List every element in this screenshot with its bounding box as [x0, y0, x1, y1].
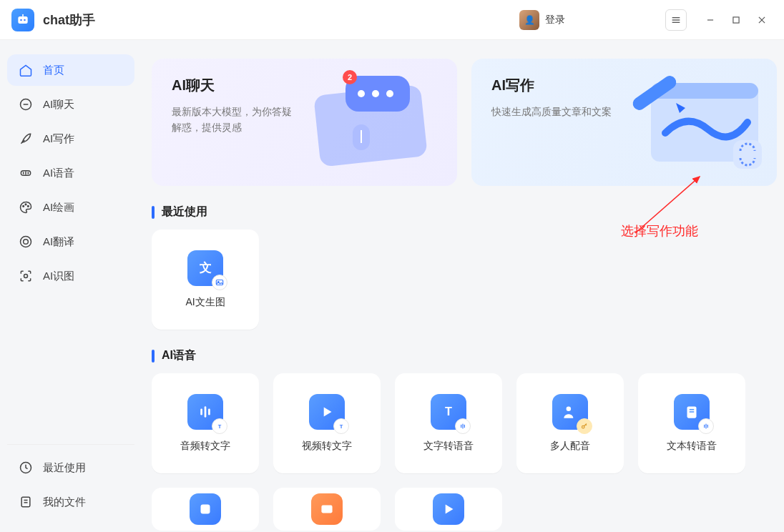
hamburger-menu[interactable] — [665, 9, 687, 31]
svg-marker-47 — [324, 408, 332, 417]
maximize-button[interactable] — [725, 9, 747, 31]
sidebar-item-label: 我的文件 — [43, 496, 86, 509]
svg-point-32 — [386, 90, 393, 97]
svg-point-31 — [372, 90, 379, 97]
svg-point-53 — [567, 406, 572, 411]
sidebar-item-label: 首页 — [43, 64, 64, 77]
sidebar-item-vision[interactable]: AI识图 — [7, 260, 134, 292]
svg-rect-61 — [201, 505, 210, 514]
svg-point-2 — [24, 19, 26, 21]
home-icon — [19, 63, 33, 77]
svg-rect-8 — [733, 16, 739, 22]
section-title-recent: 最近使用 — [152, 205, 777, 220]
card-multi-voice[interactable]: 多人配音 — [516, 373, 624, 473]
login-label: 登录 — [545, 14, 565, 26]
sidebar-item-label: AI写作 — [43, 132, 74, 146]
generic-icon — [433, 493, 464, 525]
hero-desc: 快速生成高质量文章和文案 — [491, 104, 620, 119]
svg-point-30 — [358, 90, 365, 97]
sidebar-item-label: AI识图 — [43, 270, 74, 283]
hero-desc: 最新版本大模型，为你答疑解惑，提供灵感 — [172, 104, 300, 136]
feather-icon — [19, 132, 33, 146]
audio-sub-icon — [698, 418, 714, 434]
svg-rect-3 — [22, 14, 24, 16]
audio-wave-icon: T — [187, 394, 223, 430]
svg-point-23 — [24, 275, 28, 278]
hero-card-chat[interactable]: AI聊天 最新版本大模型，为你答疑解惑，提供灵感 2 — [152, 59, 457, 186]
chat-icon — [19, 97, 33, 112]
image-sub-icon — [212, 275, 227, 290]
svg-text:T: T — [340, 423, 343, 430]
svg-point-21 — [21, 237, 31, 247]
card-label: 文本转语音 — [667, 440, 717, 453]
card-label: 多人配音 — [550, 440, 590, 453]
svg-point-1 — [20, 19, 22, 21]
people-icon — [552, 394, 588, 430]
palette-icon — [19, 200, 33, 215]
translate-icon — [19, 235, 33, 249]
sidebar-item-label: AI绘画 — [43, 201, 74, 215]
scan-icon — [19, 269, 33, 283]
svg-text:文: 文 — [199, 260, 212, 275]
app-logo — [11, 9, 34, 31]
history-icon — [19, 460, 33, 475]
sidebar-item-home[interactable]: 首页 — [7, 54, 134, 86]
sidebar-item-voice[interactable]: AI语音 — [7, 157, 134, 189]
generic-icon — [311, 493, 343, 525]
svg-text:T: T — [445, 405, 452, 418]
card-label: AI文生图 — [185, 296, 225, 309]
text-sub-icon: T — [333, 418, 349, 434]
svg-rect-25 — [21, 497, 30, 506]
card-partial-2[interactable] — [273, 488, 381, 531]
svg-marker-63 — [446, 505, 454, 514]
sidebar-item-label: 最近使用 — [43, 461, 86, 475]
sidebar-files[interactable]: 我的文件 — [7, 486, 134, 518]
card-text-to-image[interactable]: 文 AI文生图 — [152, 230, 259, 330]
card-label: 音频转文字 — [180, 440, 230, 453]
sidebar-item-label: AI聊天 — [43, 98, 74, 112]
sidebar: 首页 AI聊天 AI写作 AI语音 AI绘画 AI翻译 — [0, 40, 142, 532]
notification-badge: 2 — [343, 70, 357, 84]
login-button[interactable]: 👤 登录 — [519, 10, 565, 30]
section-title-voice: AI语音 — [152, 348, 777, 363]
sidebar-item-write[interactable]: AI写作 — [7, 123, 134, 154]
svg-point-20 — [28, 206, 29, 207]
svg-rect-39 — [733, 140, 762, 169]
sidebar-item-translate[interactable]: AI翻译 — [7, 226, 134, 257]
audio-sub-icon — [455, 418, 471, 434]
card-video-to-text[interactable]: T 视频转文字 — [273, 373, 381, 473]
text-sub-icon: T — [212, 418, 227, 434]
sidebar-item-paint[interactable]: AI绘画 — [7, 192, 134, 223]
app-title: chat助手 — [43, 11, 95, 29]
card-label: 视频转文字 — [302, 440, 352, 453]
svg-point-18 — [23, 206, 24, 207]
sidebar-item-label: AI翻译 — [43, 235, 74, 249]
window-controls — [700, 9, 773, 31]
sidebar-item-chat[interactable]: AI聊天 — [7, 89, 134, 120]
text-icon: T — [431, 394, 466, 430]
svg-rect-62 — [321, 506, 332, 513]
svg-rect-0 — [18, 16, 27, 24]
generic-icon — [190, 493, 221, 525]
minimize-button[interactable] — [700, 9, 721, 31]
card-text-to-audio[interactable]: 文本转语音 — [638, 373, 745, 473]
text-to-image-icon: 文 — [187, 250, 223, 286]
card-partial-3[interactable] — [395, 488, 502, 531]
hero-chat-art: 2 — [303, 69, 446, 176]
hero-card-write[interactable]: AI写作 快速生成高质量文章和文案 — [471, 59, 777, 186]
svg-text:T: T — [218, 423, 222, 430]
svg-point-19 — [25, 204, 26, 205]
svg-rect-41 — [216, 280, 222, 285]
hero-write-art — [622, 69, 765, 176]
video-play-icon: T — [309, 394, 345, 430]
file-icon — [19, 495, 33, 509]
main-content: AI聊天 最新版本大模型，为你答疑解惑，提供灵感 2 AI写作 快速生成高质量文… — [142, 40, 784, 532]
svg-point-22 — [24, 240, 29, 245]
document-icon — [674, 394, 710, 430]
card-text-to-speech[interactable]: T 文字转语音 — [395, 373, 502, 473]
close-button[interactable] — [751, 9, 773, 31]
sidebar-recent[interactable]: 最近使用 — [7, 452, 134, 483]
card-partial-1[interactable] — [152, 488, 259, 531]
avatar: 👤 — [519, 10, 539, 30]
card-audio-to-text[interactable]: T 音频转文字 — [152, 373, 259, 473]
